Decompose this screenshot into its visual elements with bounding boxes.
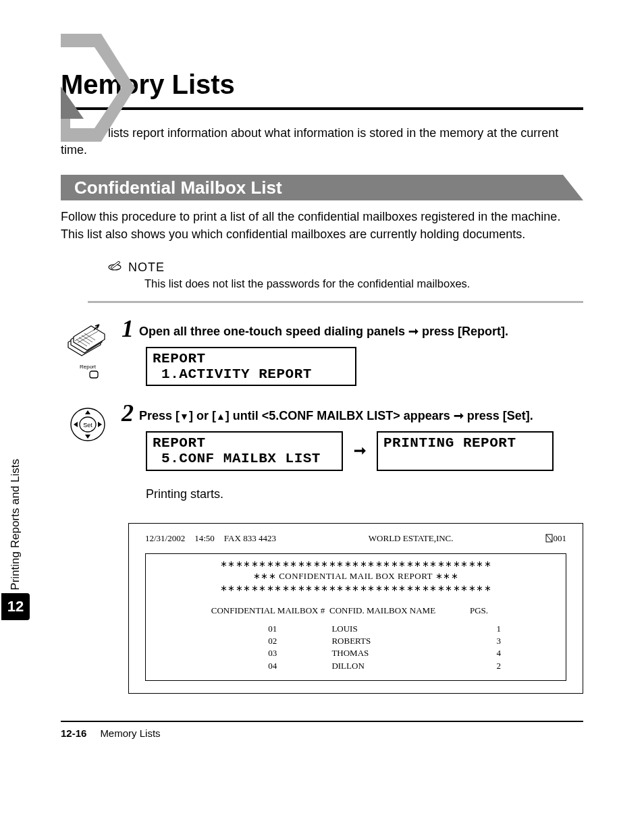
title-block: Memory Lists [61, 34, 583, 101]
report-cell: 01 [207, 623, 331, 635]
report-date: 12/31/2002 [145, 533, 185, 544]
report-pagecounter: 001 [545, 533, 566, 544]
report-inner-box: ∗∗∗∗∗∗∗∗∗∗∗∗∗∗∗∗∗∗∗∗∗∗∗∗∗∗∗∗∗∗∗∗∗∗∗ ∗∗∗ … [145, 553, 566, 681]
report-sample: 12/31/2002 14:50 FAX 833 4423 WORLD ESTA… [128, 523, 583, 694]
note-label: NOTE [128, 260, 165, 275]
report-cell: 4 [467, 647, 505, 659]
report-title: ∗∗∗∗∗∗∗∗∗∗∗∗∗∗∗∗∗∗∗∗∗∗∗∗∗∗∗∗∗∗∗∗∗∗∗ ∗∗∗ … [207, 558, 505, 595]
pagecount-icon [545, 534, 553, 543]
report-cell: 03 [207, 647, 331, 659]
report-time: 14:50 [194, 533, 215, 544]
arrow-icon: ➞ [454, 409, 464, 422]
step-2-number: 2 [122, 402, 135, 424]
step-1-text-a: Open all three one-touch speed dialing p… [139, 325, 408, 338]
report-cell: DILLON [331, 660, 466, 672]
report-cell: LOUIS [331, 623, 466, 635]
footer-page-number: 12-16 [61, 727, 86, 739]
report-pagecounter-value: 001 [553, 533, 566, 543]
report-row: 04DILLON2 [207, 660, 505, 672]
svg-marker-0 [61, 34, 135, 142]
report-cell: 3 [467, 635, 505, 647]
step-2-text-c: ] until <5.CONF MAILBX LIST> appears [225, 409, 454, 422]
report-company: WORLD ESTATE,INC. [369, 533, 454, 544]
step-2-text: Press [▼] or [▲] until <5.CONF MAILBX LI… [139, 402, 533, 424]
footer-title: Memory Lists [100, 727, 160, 739]
printing-starts-text: Printing starts. [146, 487, 583, 501]
pencil-icon [108, 259, 123, 271]
follow-paragraph: Follow this procedure to print a list of… [61, 209, 583, 242]
up-triangle-icon: ▲ [216, 410, 225, 424]
report-cell: 04 [207, 660, 331, 672]
report-rows: 01LOUIS102ROBERTS303THOMAS404DILLON2 [207, 623, 505, 672]
report-title-text: ∗∗∗ CONFIDENTIAL MAIL BOX REPORT ∗∗∗ [253, 571, 458, 581]
panel-icon [67, 321, 109, 357]
report-col-2: CONFID. MAILBOX NAME [329, 605, 470, 616]
section-heading: Confidential Mailbox List [74, 177, 282, 198]
note-separator [88, 301, 583, 303]
report-cell: 2 [467, 660, 505, 672]
arrow-between-icon: ➞ [354, 442, 366, 460]
lcd-step2-left: REPORT 5.CONF MAILBX LIST [146, 431, 343, 470]
step-2-text-d: press [Set]. [464, 409, 533, 422]
report-row: 01LOUIS1 [207, 623, 505, 635]
report-columns: CONFIDENTIAL MAILBOX # CONFID. MAILBOX N… [207, 605, 505, 616]
report-sample-header: 12/31/2002 14:50 FAX 833 4423 WORLD ESTA… [145, 533, 566, 544]
report-col-3: PGS. [470, 605, 505, 616]
arrow-icon: ➞ [408, 325, 419, 338]
svg-rect-9 [90, 371, 98, 378]
footer-rule [61, 721, 583, 722]
step-1-text: Open all three one-touch speed dialing p… [139, 318, 508, 340]
step-2: Set 2 Press [▼] or [▲] until <5.CONF MAI… [61, 402, 583, 510]
report-cell: 1 [467, 623, 505, 635]
step-2-text-a: Press [ [139, 409, 180, 422]
step-1: Report 1 Open all three one-touch speed … [61, 318, 583, 390]
report-button-label: Report [76, 364, 99, 370]
lcd-step1: REPORT 1.ACTIVITY REPORT [146, 347, 356, 386]
section-bar: Confidential Mailbox List [61, 175, 583, 200]
set-label: Set [83, 422, 92, 429]
step-2-text-b: ] or [ [189, 409, 216, 422]
report-col-1: CONFIDENTIAL MAILBOX # [207, 605, 329, 616]
report-cell: 02 [207, 635, 331, 647]
report-divider-bot: ∗∗∗∗∗∗∗∗∗∗∗∗∗∗∗∗∗∗∗∗∗∗∗∗∗∗∗∗∗∗∗∗∗∗∗ [220, 583, 492, 593]
report-button-icon: Report [76, 364, 99, 383]
down-triangle-icon: ▼ [180, 410, 189, 424]
report-fax: FAX 833 4423 [224, 533, 276, 544]
report-cell: THOMAS [331, 647, 466, 659]
lcd-step2-right: PRINTING REPORT [377, 431, 554, 470]
set-button-icon: Set [70, 406, 106, 443]
report-row: 03THOMAS4 [207, 647, 505, 659]
side-tab: Printing Reports and Lists 12 [0, 452, 31, 620]
side-tab-number: 12 [1, 593, 30, 620]
note-text: This list does not list the passwords fo… [144, 277, 583, 290]
note-row: NOTE [108, 259, 583, 275]
step-1-number: 1 [122, 318, 135, 339]
footer: 12-16 Memory Lists [61, 727, 583, 739]
report-divider-top: ∗∗∗∗∗∗∗∗∗∗∗∗∗∗∗∗∗∗∗∗∗∗∗∗∗∗∗∗∗∗∗∗∗∗∗ [220, 559, 492, 569]
report-row: 02ROBERTS3 [207, 635, 505, 647]
step-1-text-b: press [Report]. [419, 325, 508, 338]
svg-marker-1 [61, 86, 84, 119]
chevron-icon [61, 34, 142, 142]
side-tab-label: Printing Reports and Lists [9, 452, 22, 593]
report-cell: ROBERTS [331, 635, 466, 647]
